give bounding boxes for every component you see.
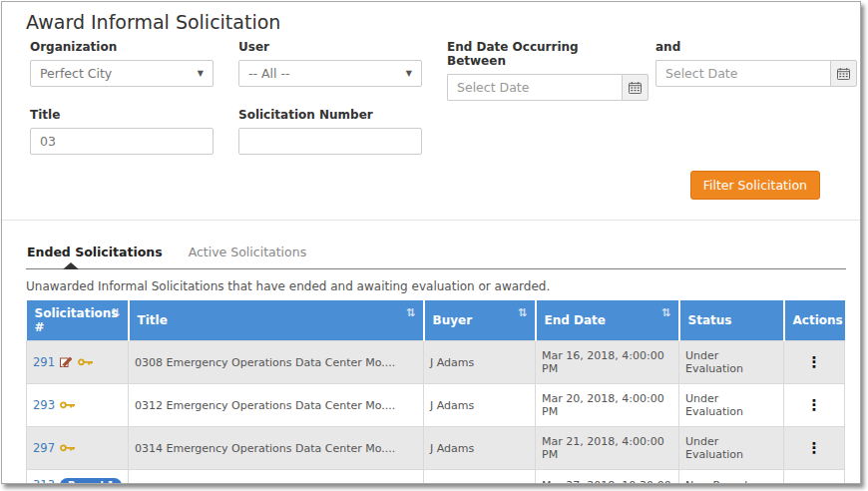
user-selected-value: -- All --	[248, 66, 290, 81]
table-header-row: Solicitations #⇅Title⇅Buyer⇅End Date⇅Sta…	[27, 300, 845, 341]
title-input[interactable]	[30, 128, 214, 155]
table-row: 313Round 10327 Parking Garage RepavingJ …	[27, 470, 845, 485]
cell-end-date: Mar 16, 2018, 4:00:00 PM	[536, 341, 679, 384]
tab-underline	[26, 268, 846, 269]
calendar-icon	[629, 82, 642, 94]
organization-select[interactable]: Perfect City ▼	[30, 60, 214, 87]
calendar-icon	[837, 68, 850, 80]
column-header-solicitations[interactable]: Solicitations #⇅	[27, 300, 129, 341]
user-select[interactable]: -- All -- ▼	[238, 60, 422, 87]
cell-buyer: J Adams	[424, 470, 536, 485]
title-label: Title	[30, 108, 214, 122]
column-label: Status	[688, 313, 732, 327]
column-header-end-date[interactable]: End Date⇅	[536, 300, 679, 341]
end-date-end-calendar-button[interactable]	[830, 60, 857, 87]
cell-solicitation-number: 297	[27, 427, 129, 470]
cell-end-date: Mar 20, 2018, 4:00:00 PM	[536, 384, 679, 427]
chevron-down-icon: ▼	[406, 69, 412, 78]
award-informal-solicitation-window: Award Informal Solicitation Organization…	[1, 1, 861, 484]
end-date-end-label: and	[655, 40, 839, 54]
chevron-down-icon: ▼	[198, 69, 204, 78]
key-icon	[60, 400, 76, 410]
page-title: Award Informal Solicitation	[26, 11, 860, 33]
column-label: Solicitations #	[35, 306, 119, 334]
sort-icon[interactable]: ⇅	[661, 306, 670, 319]
sort-icon[interactable]: ⇅	[111, 306, 120, 319]
cell-buyer: J Adams	[424, 384, 536, 427]
cell-status: Under Evaluation	[679, 341, 784, 384]
cell-solicitation-number: 293	[27, 384, 129, 427]
solicitations-table: Solicitations #⇅Title⇅Buyer⇅End Date⇅Sta…	[26, 300, 845, 484]
cell-actions: ⋮	[784, 427, 845, 470]
tabs-container: Ended Solicitations Active Solicitations	[26, 221, 846, 269]
organization-selected-value: Perfect City	[40, 66, 112, 81]
cell-status: Under Evaluation	[679, 427, 784, 470]
end-date-end-input[interactable]	[655, 60, 830, 87]
cell-title: 0312 Emergency Operations Data Center Mo…	[129, 384, 424, 427]
cell-actions: ⋮	[784, 341, 845, 384]
column-header-actions: Actions	[784, 300, 845, 341]
user-field: User -- All -- ▼	[238, 40, 422, 101]
title-field: Title	[30, 108, 214, 155]
row-actions-menu-icon[interactable]: ⋮	[807, 441, 822, 456]
cell-status: New Round Created	[679, 470, 784, 485]
solicitation-number-field: Solicitation Number	[238, 108, 422, 155]
cell-end-date: Mar 27, 2018, 10:30:00 AM	[536, 470, 679, 485]
cell-end-date: Mar 21, 2018, 4:00:00 PM	[536, 427, 679, 470]
cell-status: Under Evaluation	[679, 384, 784, 427]
column-label: Actions	[793, 313, 843, 327]
column-header-title[interactable]: Title⇅	[129, 300, 424, 341]
cell-solicitation-number: 313Round 1	[27, 470, 129, 485]
table-description: Unawarded Informal Solicitations that ha…	[26, 279, 836, 293]
end-date-start-calendar-button[interactable]	[622, 74, 649, 101]
active-tab-marker-icon	[63, 262, 79, 269]
column-label: Buyer	[433, 313, 473, 327]
table-row: 2930312 Emergency Operations Data Center…	[27, 384, 845, 427]
sort-icon[interactable]: ⇅	[518, 306, 527, 319]
solicitation-number-input[interactable]	[238, 128, 422, 155]
table-row: 2970314 Emergency Operations Data Center…	[27, 427, 845, 470]
column-label: End Date	[545, 313, 606, 327]
cell-buyer: J Adams	[424, 341, 536, 384]
key-icon	[60, 443, 76, 453]
tab-ended-solicitations[interactable]: Ended Solicitations	[27, 245, 163, 259]
solicitation-number-link[interactable]: 313	[33, 478, 55, 484]
end-date-start-field: End Date Occurring Between	[447, 40, 631, 101]
sort-icon[interactable]: ⇅	[406, 306, 415, 319]
column-label: Title	[138, 313, 168, 327]
table-body: 2910308 Emergency Operations Data Center…	[27, 341, 845, 485]
row-actions-menu-icon[interactable]: ⋮	[807, 398, 822, 413]
cell-solicitation-number: 291	[27, 341, 129, 384]
screen: Award Informal Solicitation Organization…	[0, 0, 868, 491]
row-actions-menu-icon[interactable]: ⋮	[807, 355, 822, 370]
tab-active-solicitations[interactable]: Active Solicitations	[189, 245, 307, 259]
filter-solicitation-button[interactable]: Filter Solicitation	[690, 171, 820, 200]
key-icon	[78, 357, 94, 367]
filter-form: Organization Perfect City ▼ User -- All …	[2, 33, 860, 155]
column-header-buyer[interactable]: Buyer⇅	[424, 300, 536, 341]
end-date-start-label: End Date Occurring Between	[447, 40, 631, 68]
cell-title: 0314 Emergency Operations Data Center Mo…	[129, 427, 424, 470]
column-header-status: Status	[679, 300, 784, 341]
solicitation-number-label: Solicitation Number	[238, 108, 422, 122]
end-date-start-input[interactable]	[447, 74, 622, 101]
user-label: User	[238, 40, 422, 54]
solicitation-number-link[interactable]: 291	[33, 355, 55, 369]
edit-icon[interactable]	[60, 355, 73, 367]
solicitation-number-link[interactable]: 297	[33, 441, 55, 455]
cell-actions: ⋮	[784, 384, 845, 427]
end-date-end-field: and	[655, 40, 839, 101]
cell-title: 0308 Emergency Operations Data Center Mo…	[129, 341, 424, 384]
table-row: 2910308 Emergency Operations Data Center…	[27, 341, 845, 384]
solicitation-number-link[interactable]: 293	[33, 398, 55, 412]
cell-title: 0327 Parking Garage Repaving	[129, 470, 424, 485]
organization-field: Organization Perfect City ▼	[30, 40, 214, 101]
organization-label: Organization	[30, 40, 214, 54]
cell-buyer: J Adams	[424, 427, 536, 470]
cell-actions: ⋮	[784, 470, 845, 485]
filter-actions: Filter Solicitation	[2, 171, 860, 200]
round-badge: Round 1	[60, 478, 122, 484]
